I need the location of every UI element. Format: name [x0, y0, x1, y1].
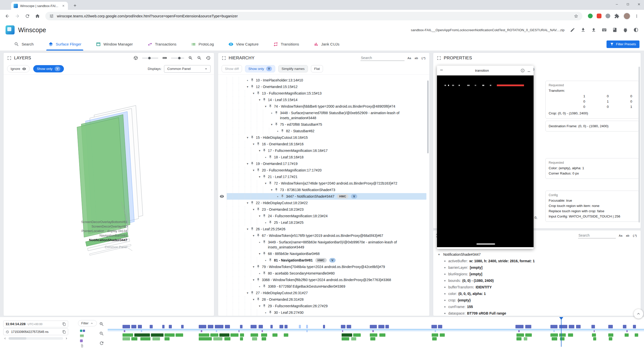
hierarchy-node[interactable]: ▾15 - HideDisplayCutout:16:16#15: [227, 134, 426, 141]
timeline-event-segment[interactable]: [347, 325, 351, 328]
hierarchy-node[interactable]: •10 - ImePlaceholder:13:14#10: [227, 77, 426, 83]
timeline-event-segment[interactable]: [306, 330, 308, 332]
timeline-event-segment[interactable]: [525, 333, 532, 337]
pin-icon[interactable]: [268, 181, 272, 185]
timeline-event-segment[interactable]: [626, 330, 628, 332]
timeline-event-segment[interactable]: [516, 337, 521, 340]
pin-icon[interactable]: [256, 297, 260, 301]
pin-icon[interactable]: [268, 104, 272, 108]
address-bar[interactable]: winscope.teams.x20web.corp.google.com/pr…: [45, 12, 582, 20]
pin-icon[interactable]: [262, 175, 266, 179]
timeline-event-segment[interactable]: [123, 333, 133, 337]
timeline-event-segment[interactable]: [208, 325, 213, 328]
show-diff-toggle[interactable]: Show diff: [222, 65, 242, 72]
collapse-chevron-icon[interactable]: ▾: [263, 103, 268, 110]
layer-label[interactable]: ScreenDecorOverlay#60: [9, 224, 127, 229]
layer-label[interactable]: NotificationShade#3447: [9, 238, 127, 242]
extension-icon[interactable]: [606, 14, 610, 18]
timeline-event-segment[interactable]: [341, 325, 345, 328]
back-button[interactable]: [4, 13, 11, 19]
collapse-chevron-icon[interactable]: ▾: [436, 251, 442, 258]
timeline-event-segment[interactable]: [151, 333, 164, 337]
pin-icon[interactable]: [250, 85, 254, 89]
hierarchy-node[interactable]: ▾73 - 8736138 NotificationShade#73: [227, 187, 426, 193]
pin-icon[interactable]: [256, 142, 260, 146]
hierarchy-node[interactable]: ▾29 - FullscreenMagnification:26:27#29: [227, 303, 426, 309]
layer-label[interactable]: PointerLocation - display 0#134: [9, 229, 127, 233]
copy-icon[interactable]: [62, 322, 66, 326]
collapse-chevron-icon[interactable]: ▾: [257, 213, 262, 219]
extension-icon[interactable]: [597, 14, 601, 18]
timeline-event-segment[interactable]: [440, 333, 445, 337]
timeline-event-segment[interactable]: [593, 337, 596, 340]
timeline-event-segment[interactable]: [262, 330, 263, 332]
profile-avatar[interactable]: [623, 13, 630, 20]
timeline-event-segment[interactable]: [181, 325, 184, 328]
pin-icon[interactable]: [268, 258, 272, 262]
tab-jank-cujs[interactable]: Jank CUJs: [314, 38, 340, 51]
timeline-event-segment[interactable]: [559, 325, 567, 328]
tab-transitions[interactable]: Transitions: [273, 38, 299, 51]
timeline-event-segment[interactable]: [370, 333, 377, 337]
legend-transactions[interactable]: [80, 328, 91, 333]
timeline-event-segment[interactable]: [134, 333, 150, 337]
layer-label[interactable]: NavigationBar0#81: [9, 233, 127, 238]
timeline-event-segment[interactable]: [635, 333, 638, 337]
collapse-chevron-icon[interactable]: ▾: [251, 206, 256, 213]
timeline-event-segment[interactable]: [550, 325, 557, 328]
hierarchy-node[interactable]: ▾75 - ed70f88 StatusBar#75: [227, 121, 426, 128]
property-row[interactable]: currFrame:155: [433, 303, 641, 310]
timeline-event-segment[interactable]: [140, 337, 150, 340]
hierarchy-node[interactable]: •80 - ace6abb SecondaryHomeHandle0#80: [227, 270, 426, 277]
whole-word-toggle[interactable]: ab: [625, 234, 630, 237]
timeline-event-segment[interactable]: [525, 325, 531, 328]
browser-menu-icon[interactable]: [634, 14, 639, 18]
pin-icon[interactable]: [262, 252, 266, 255]
hierarchy-node[interactable]: ▾26 - Leaf:25:25#26: [227, 226, 426, 232]
timeline-event-segment[interactable]: [240, 333, 244, 337]
timeline-event-segment[interactable]: [224, 337, 230, 340]
hierarchy-node[interactable]: ▾20 - FullscreenMagnification:17:17#20: [227, 167, 426, 173]
timeline-event-segment[interactable]: [162, 325, 165, 328]
timeline-event-segment[interactable]: [608, 333, 613, 337]
pin-icon[interactable]: [280, 129, 284, 133]
timeline-event-segment[interactable]: [351, 337, 356, 340]
download-icon[interactable]: [581, 27, 586, 32]
pin-icon[interactable]: [256, 207, 260, 211]
hierarchy-node[interactable]: ▾17 - FullscreenMagnification:16:16#17: [227, 147, 426, 154]
documentation-icon[interactable]: [612, 27, 617, 32]
filter-presets-button[interactable]: Filter Presets: [607, 40, 639, 48]
collapse-chevron-icon[interactable]: ▾: [257, 250, 262, 257]
legend-attachments[interactable]: [80, 343, 91, 348]
collapse-chevron-icon[interactable]: ▾: [251, 264, 256, 270]
hierarchy-node[interactable]: ▾13 - FullscreenMagnification:15:15#13: [227, 90, 426, 97]
timeline-event-segment[interactable]: [201, 330, 202, 332]
timeline-event-segment[interactable]: [550, 333, 558, 337]
screenshot-overlay-card[interactable]: transition: [437, 66, 534, 249]
timeline-event-segment[interactable]: [259, 325, 263, 328]
property-row[interactable]: color:(0, 0, 0), alpha: 1: [433, 290, 641, 297]
eye-icon[interactable]: [220, 194, 224, 199]
timeline-event-segment[interactable]: [518, 330, 520, 332]
timeline-event-segment[interactable]: [169, 325, 172, 328]
timeline-event-segment[interactable]: [284, 333, 288, 337]
timeline-event-segment[interactable]: [270, 325, 273, 328]
collapse-chevron-icon[interactable]: ▾: [251, 232, 256, 239]
pin-icon[interactable]: [262, 304, 266, 308]
reset-view-icon[interactable]: [206, 56, 211, 60]
spacing-slider[interactable]: [171, 58, 184, 58]
pager-track[interactable]: [8, 337, 63, 340]
hierarchy-node[interactable]: ▾74 - WindowToken{fdddbe6 type=2000 andr…: [227, 103, 426, 110]
timeline-filter-button[interactable]: Filter: [78, 320, 97, 326]
timeline-event-segment[interactable]: [279, 325, 283, 328]
timeline-event-segment[interactable]: [379, 333, 385, 337]
pin-icon[interactable]: [250, 201, 254, 205]
window-minimize-icon[interactable]: [615, 2, 619, 6]
hierarchy-node[interactable]: •82 - StatusBar#82: [227, 128, 426, 134]
timeline-event-segment[interactable]: [225, 325, 230, 328]
timeline-event-segment[interactable]: [568, 333, 573, 337]
zoom-in-icon[interactable]: [188, 56, 193, 60]
tab-surface-flinger[interactable]: Surface Flinger: [48, 38, 82, 51]
hierarchy-node[interactable]: •30 - Leaf:26:27#30: [227, 309, 426, 316]
timeline-event-segment[interactable]: [285, 325, 288, 328]
